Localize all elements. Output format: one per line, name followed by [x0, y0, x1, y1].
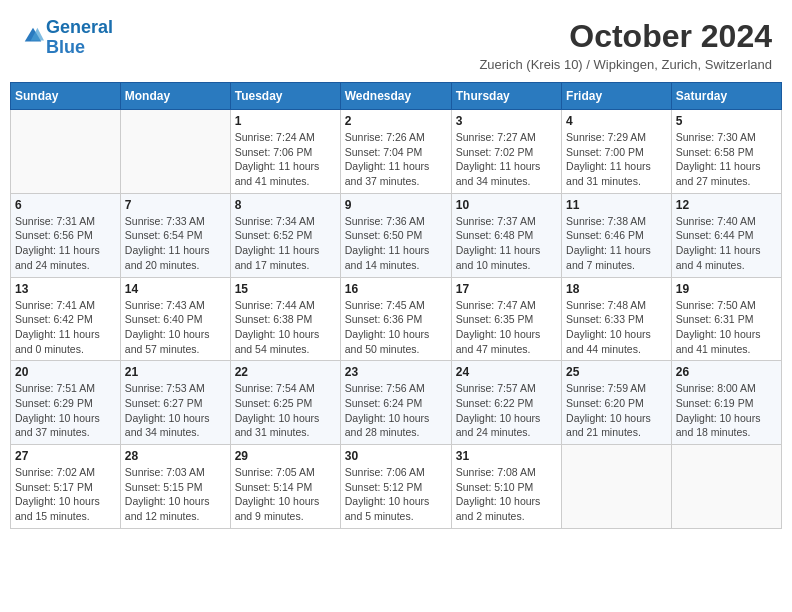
day-info: Sunrise: 7:31 AMSunset: 6:56 PMDaylight:…: [15, 214, 116, 273]
day-cell: 9Sunrise: 7:36 AMSunset: 6:50 PMDaylight…: [340, 193, 451, 277]
day-number: 5: [676, 114, 777, 128]
day-number: 2: [345, 114, 447, 128]
day-cell: 25Sunrise: 7:59 AMSunset: 6:20 PMDayligh…: [562, 361, 672, 445]
day-cell: 7Sunrise: 7:33 AMSunset: 6:54 PMDaylight…: [120, 193, 230, 277]
day-cell: [671, 445, 781, 529]
header-row: SundayMondayTuesdayWednesdayThursdayFrid…: [11, 83, 782, 110]
day-cell: 18Sunrise: 7:48 AMSunset: 6:33 PMDayligh…: [562, 277, 672, 361]
day-cell: 21Sunrise: 7:53 AMSunset: 6:27 PMDayligh…: [120, 361, 230, 445]
day-info: Sunrise: 7:56 AMSunset: 6:24 PMDaylight:…: [345, 381, 447, 440]
day-info: Sunrise: 8:00 AMSunset: 6:19 PMDaylight:…: [676, 381, 777, 440]
day-cell: 29Sunrise: 7:05 AMSunset: 5:14 PMDayligh…: [230, 445, 340, 529]
day-cell: 6Sunrise: 7:31 AMSunset: 6:56 PMDaylight…: [11, 193, 121, 277]
day-cell: 12Sunrise: 7:40 AMSunset: 6:44 PMDayligh…: [671, 193, 781, 277]
day-cell: [562, 445, 672, 529]
title-section: October 2024 Zuerich (Kreis 10) / Wipkin…: [479, 18, 772, 72]
day-number: 7: [125, 198, 226, 212]
day-info: Sunrise: 7:44 AMSunset: 6:38 PMDaylight:…: [235, 298, 336, 357]
calendar-table: SundayMondayTuesdayWednesdayThursdayFrid…: [10, 82, 782, 529]
day-cell: 1Sunrise: 7:24 AMSunset: 7:06 PMDaylight…: [230, 110, 340, 194]
logo: General Blue: [20, 18, 113, 58]
page-header: General Blue October 2024 Zuerich (Kreis…: [10, 10, 782, 76]
day-info: Sunrise: 7:40 AMSunset: 6:44 PMDaylight:…: [676, 214, 777, 273]
day-info: Sunrise: 7:34 AMSunset: 6:52 PMDaylight:…: [235, 214, 336, 273]
day-info: Sunrise: 7:47 AMSunset: 6:35 PMDaylight:…: [456, 298, 557, 357]
day-info: Sunrise: 7:57 AMSunset: 6:22 PMDaylight:…: [456, 381, 557, 440]
day-cell: 3Sunrise: 7:27 AMSunset: 7:02 PMDaylight…: [451, 110, 561, 194]
day-number: 6: [15, 198, 116, 212]
day-info: Sunrise: 7:29 AMSunset: 7:00 PMDaylight:…: [566, 130, 667, 189]
day-number: 15: [235, 282, 336, 296]
logo-icon: [22, 25, 44, 47]
day-number: 26: [676, 365, 777, 379]
day-cell: 13Sunrise: 7:41 AMSunset: 6:42 PMDayligh…: [11, 277, 121, 361]
week-row-4: 20Sunrise: 7:51 AMSunset: 6:29 PMDayligh…: [11, 361, 782, 445]
day-cell: 27Sunrise: 7:02 AMSunset: 5:17 PMDayligh…: [11, 445, 121, 529]
day-number: 9: [345, 198, 447, 212]
week-row-1: 1Sunrise: 7:24 AMSunset: 7:06 PMDaylight…: [11, 110, 782, 194]
calendar-body: 1Sunrise: 7:24 AMSunset: 7:06 PMDaylight…: [11, 110, 782, 529]
day-info: Sunrise: 7:27 AMSunset: 7:02 PMDaylight:…: [456, 130, 557, 189]
day-cell: 19Sunrise: 7:50 AMSunset: 6:31 PMDayligh…: [671, 277, 781, 361]
day-number: 30: [345, 449, 447, 463]
day-number: 28: [125, 449, 226, 463]
day-info: Sunrise: 7:05 AMSunset: 5:14 PMDaylight:…: [235, 465, 336, 524]
day-info: Sunrise: 7:36 AMSunset: 6:50 PMDaylight:…: [345, 214, 447, 273]
day-info: Sunrise: 7:06 AMSunset: 5:12 PMDaylight:…: [345, 465, 447, 524]
day-info: Sunrise: 7:51 AMSunset: 6:29 PMDaylight:…: [15, 381, 116, 440]
header-cell-wednesday: Wednesday: [340, 83, 451, 110]
day-cell: 31Sunrise: 7:08 AMSunset: 5:10 PMDayligh…: [451, 445, 561, 529]
header-cell-monday: Monday: [120, 83, 230, 110]
logo-text: General Blue: [46, 18, 113, 58]
day-cell: 15Sunrise: 7:44 AMSunset: 6:38 PMDayligh…: [230, 277, 340, 361]
day-cell: 26Sunrise: 8:00 AMSunset: 6:19 PMDayligh…: [671, 361, 781, 445]
day-info: Sunrise: 7:59 AMSunset: 6:20 PMDaylight:…: [566, 381, 667, 440]
day-number: 20: [15, 365, 116, 379]
day-info: Sunrise: 7:38 AMSunset: 6:46 PMDaylight:…: [566, 214, 667, 273]
day-cell: 20Sunrise: 7:51 AMSunset: 6:29 PMDayligh…: [11, 361, 121, 445]
day-cell: 23Sunrise: 7:56 AMSunset: 6:24 PMDayligh…: [340, 361, 451, 445]
day-number: 17: [456, 282, 557, 296]
day-info: Sunrise: 7:50 AMSunset: 6:31 PMDaylight:…: [676, 298, 777, 357]
day-number: 8: [235, 198, 336, 212]
day-cell: 22Sunrise: 7:54 AMSunset: 6:25 PMDayligh…: [230, 361, 340, 445]
day-cell: 5Sunrise: 7:30 AMSunset: 6:58 PMDaylight…: [671, 110, 781, 194]
day-number: 21: [125, 365, 226, 379]
day-number: 23: [345, 365, 447, 379]
day-number: 19: [676, 282, 777, 296]
day-cell: 2Sunrise: 7:26 AMSunset: 7:04 PMDaylight…: [340, 110, 451, 194]
day-cell: 11Sunrise: 7:38 AMSunset: 6:46 PMDayligh…: [562, 193, 672, 277]
day-info: Sunrise: 7:53 AMSunset: 6:27 PMDaylight:…: [125, 381, 226, 440]
calendar-header: SundayMondayTuesdayWednesdayThursdayFrid…: [11, 83, 782, 110]
day-info: Sunrise: 7:41 AMSunset: 6:42 PMDaylight:…: [15, 298, 116, 357]
day-number: 3: [456, 114, 557, 128]
day-cell: 30Sunrise: 7:06 AMSunset: 5:12 PMDayligh…: [340, 445, 451, 529]
header-cell-friday: Friday: [562, 83, 672, 110]
day-number: 27: [15, 449, 116, 463]
header-cell-saturday: Saturday: [671, 83, 781, 110]
day-number: 22: [235, 365, 336, 379]
day-info: Sunrise: 7:24 AMSunset: 7:06 PMDaylight:…: [235, 130, 336, 189]
week-row-3: 13Sunrise: 7:41 AMSunset: 6:42 PMDayligh…: [11, 277, 782, 361]
day-info: Sunrise: 7:43 AMSunset: 6:40 PMDaylight:…: [125, 298, 226, 357]
day-number: 16: [345, 282, 447, 296]
day-cell: 17Sunrise: 7:47 AMSunset: 6:35 PMDayligh…: [451, 277, 561, 361]
day-number: 29: [235, 449, 336, 463]
day-number: 18: [566, 282, 667, 296]
header-cell-tuesday: Tuesday: [230, 83, 340, 110]
day-info: Sunrise: 7:45 AMSunset: 6:36 PMDaylight:…: [345, 298, 447, 357]
day-info: Sunrise: 7:26 AMSunset: 7:04 PMDaylight:…: [345, 130, 447, 189]
day-info: Sunrise: 7:48 AMSunset: 6:33 PMDaylight:…: [566, 298, 667, 357]
day-cell: 28Sunrise: 7:03 AMSunset: 5:15 PMDayligh…: [120, 445, 230, 529]
day-info: Sunrise: 7:30 AMSunset: 6:58 PMDaylight:…: [676, 130, 777, 189]
day-cell: 16Sunrise: 7:45 AMSunset: 6:36 PMDayligh…: [340, 277, 451, 361]
day-number: 4: [566, 114, 667, 128]
day-cell: 14Sunrise: 7:43 AMSunset: 6:40 PMDayligh…: [120, 277, 230, 361]
month-title: October 2024: [479, 18, 772, 55]
location-subtitle: Zuerich (Kreis 10) / Wipkingen, Zurich, …: [479, 57, 772, 72]
day-cell: [120, 110, 230, 194]
day-cell: 10Sunrise: 7:37 AMSunset: 6:48 PMDayligh…: [451, 193, 561, 277]
header-cell-sunday: Sunday: [11, 83, 121, 110]
day-number: 14: [125, 282, 226, 296]
day-number: 25: [566, 365, 667, 379]
